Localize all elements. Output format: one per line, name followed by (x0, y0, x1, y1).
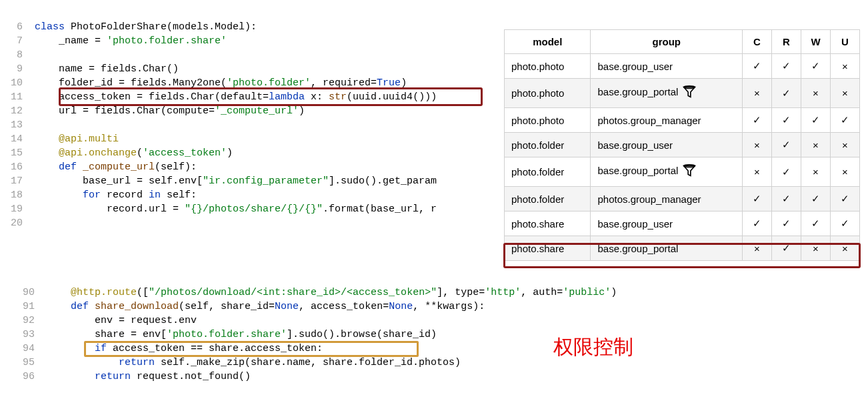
line-number: 92 (12, 314, 35, 328)
cell-c: ✓ (743, 187, 772, 212)
code-line: @api.multi (35, 132, 437, 146)
code-line (35, 48, 437, 62)
code-line: return self._make_zip(share.name, share.… (47, 356, 617, 370)
cell-group: base.group_user (591, 54, 743, 79)
line-number: 13 (5, 118, 23, 132)
funnel-icon (682, 85, 697, 101)
code-line (35, 216, 437, 230)
cell-c: ✓ (743, 212, 772, 236)
code-line: base_url = self.env["ir.config_parameter… (35, 174, 437, 188)
cell-group: base.group_user (591, 133, 743, 157)
line-number: 12 (5, 104, 23, 118)
line-number: 7 (5, 34, 23, 48)
code-block-route: 90919293949596 @http.route(["/photos/dow… (12, 286, 617, 384)
line-number: 18 (5, 188, 23, 202)
line-number: 20 (5, 216, 23, 230)
table-row: photo.folderphotos.group_manager✓✓✓✓ (505, 187, 860, 212)
code-line: def share_download(self, share_id=None, … (47, 300, 617, 314)
code-line: env = request.env (47, 314, 617, 328)
th-model: model (505, 30, 591, 54)
cell-model: photo.share (505, 212, 591, 236)
cell-model: photo.photo (505, 108, 591, 133)
table-header-row: model group C R W U (505, 30, 860, 54)
cell-r: ✓ (772, 133, 801, 157)
cell-model: photo.photo (505, 79, 591, 108)
cell-group: base.group_portal (591, 236, 743, 261)
cell-c: ✓ (743, 54, 772, 79)
line-number: 8 (5, 48, 23, 62)
cell-w: ✓ (801, 108, 831, 133)
code-line: for record in self: (35, 188, 437, 202)
line-number: 17 (5, 174, 23, 188)
code-line: def _compute_url(self): (35, 160, 437, 174)
th-c: C (743, 30, 772, 54)
cell-group: photos.group_manager (591, 187, 743, 212)
line-number: 15 (5, 146, 23, 160)
cell-r: ✓ (772, 79, 801, 108)
line-number: 10 (5, 76, 23, 90)
cell-r: ✓ (772, 157, 801, 187)
line-number: 16 (5, 160, 23, 174)
cell-u: × (831, 157, 860, 187)
cell-c: ✓ (743, 108, 772, 133)
code-line: name = fields.Char() (35, 62, 437, 76)
line-number: 96 (12, 370, 35, 384)
line-number: 91 (12, 300, 35, 314)
cell-w: ✓ (801, 54, 831, 79)
cell-model: photo.folder (505, 157, 591, 187)
line-number: 6 (5, 20, 23, 34)
cell-u: × (831, 133, 860, 157)
cell-c: × (743, 79, 772, 108)
table-row: photo.photophotos.group_manager✓✓✓✓ (505, 108, 860, 133)
cell-group: photos.group_manager (591, 108, 743, 133)
code-line: @api.onchange('access_token') (35, 146, 437, 160)
cell-u: ✓ (831, 187, 860, 212)
cell-w: × (801, 79, 831, 108)
cell-model: photo.folder (505, 133, 591, 157)
cell-group: base.group_portal (591, 157, 743, 187)
cell-u: × (831, 236, 860, 261)
cell-u: ✓ (831, 212, 860, 236)
cell-model: photo.share (505, 236, 591, 261)
code-line (35, 118, 437, 132)
table-row: photo.photobase.group_portal×✓×× (505, 79, 860, 108)
code-line: folder_id = fields.Many2one('photo.folde… (35, 76, 437, 90)
cell-w: × (801, 157, 831, 187)
th-w: W (801, 30, 831, 54)
cell-c: × (743, 157, 772, 187)
cell-u: ✓ (831, 108, 860, 133)
cell-u: × (831, 54, 860, 79)
cell-r: ✓ (772, 187, 801, 212)
permissions-table: model group C R W U photo.photobase.grou… (504, 29, 860, 261)
funnel-icon (682, 163, 697, 180)
line-number: 14 (5, 132, 23, 146)
line-number: 19 (5, 202, 23, 216)
table-row: photo.photobase.group_user✓✓✓× (505, 54, 860, 79)
line-number-gutter: 67891011121314151617181920 (5, 20, 35, 230)
cell-w: × (801, 133, 831, 157)
cell-r: ✓ (772, 236, 801, 261)
code-line: class PhotoFolderShare(models.Model): (35, 20, 437, 34)
code-block-model: 67891011121314151617181920 class PhotoFo… (5, 20, 437, 230)
th-r: R (772, 30, 801, 54)
cell-w: ✓ (801, 187, 831, 212)
code-line: _name = 'photo.folder.share' (35, 34, 437, 48)
cell-group: base.group_user (591, 212, 743, 236)
cell-group: base.group_portal (591, 79, 743, 108)
cell-c: × (743, 133, 772, 157)
table-row: photo.folderbase.group_user×✓×× (505, 133, 860, 157)
cell-r: ✓ (772, 108, 801, 133)
cell-u: × (831, 79, 860, 108)
annotation-label: 权限控制 (553, 334, 633, 361)
th-u: U (831, 30, 860, 54)
line-number: 9 (5, 62, 23, 76)
line-number: 90 (12, 286, 35, 300)
th-group: group (591, 30, 743, 54)
cell-c: × (743, 236, 772, 261)
code-line: share = env['photo.folder.share'].sudo()… (47, 328, 617, 342)
cell-model: photo.photo (505, 54, 591, 79)
code-line: url = fields.Char(compute='_compute_url'… (35, 104, 437, 118)
line-number: 93 (12, 328, 35, 342)
line-number: 94 (12, 342, 35, 356)
cell-r: ✓ (772, 212, 801, 236)
